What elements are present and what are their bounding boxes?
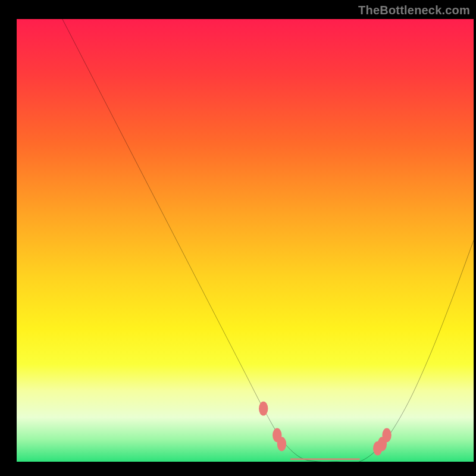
highlight-dots — [259, 402, 392, 456]
highlight-dot — [382, 428, 391, 442]
chart-frame: TheBottleneck.com — [0, 0, 476, 476]
plot-svg — [17, 19, 474, 462]
plot-wrap — [0, 0, 476, 476]
watermark-text: TheBottleneck.com — [358, 4, 470, 17]
plot-gradient-area — [17, 19, 474, 462]
curve-line — [62, 19, 474, 462]
highlight-dot — [259, 402, 268, 416]
highlight-dot — [277, 437, 286, 451]
